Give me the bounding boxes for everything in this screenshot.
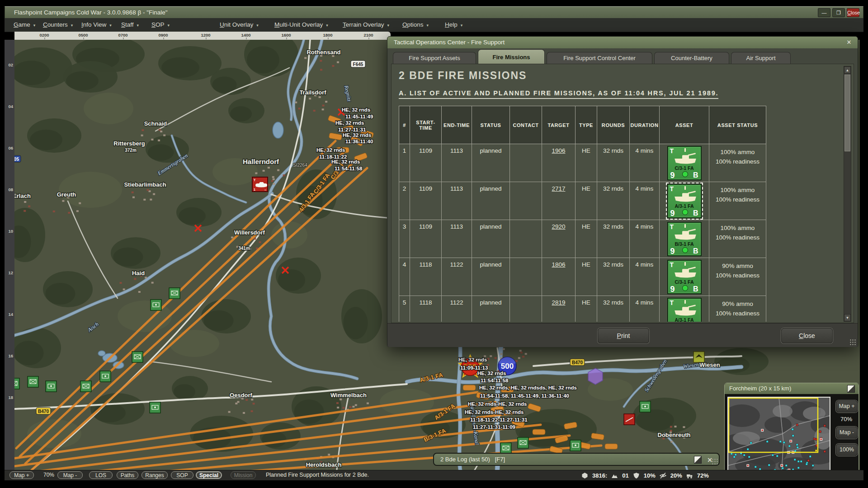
place-label: Wiesen [699,361,720,368]
friendly-unit-counter[interactable] [14,378,19,389]
log-resize-grip[interactable] [712,458,718,465]
mission-row[interactable]: 311091113planned2920HE32 rnds4 minsTB/3-… [399,220,766,258]
asset-cell[interactable]: TC/3-1 FA9B [660,258,709,296]
menu-unit-overlay[interactable]: Unit Overlay▾ [220,18,259,32]
asset-counter[interactable]: TC/3-1 FA9B [667,260,702,294]
minimap-map[interactable] [727,397,830,472]
ammo-type: HE [576,220,597,258]
enemy-unit-counter[interactable]: T1– [252,177,268,192]
friendly-unit-counter[interactable] [80,381,91,392]
minimize-button[interactable]: — [818,8,830,17]
friendly-unit-counter[interactable] [150,402,160,413]
table-scrollbar[interactable]: ▲ ▼ [844,66,851,322]
buildings [147,189,149,191]
menu-staff[interactable]: Staff▾ [121,18,139,32]
sp-artillery-icon [671,304,699,318]
minimap-collapse-icon[interactable] [847,385,855,393]
menu-counters[interactable]: Counters▾ [43,18,73,32]
friendly-unit-counter[interactable] [132,352,143,362]
log-collapse-icon[interactable] [694,456,702,464]
mm-unit-dot [819,431,821,433]
friendly-unit-counter[interactable] [500,443,511,454]
asset-counter[interactable]: TC/3-1 FA9B [667,146,702,180]
scroll-up-icon[interactable]: ▲ [844,66,851,74]
friendly-unit-counter[interactable] [151,300,161,310]
menu-help[interactable]: Help▾ [445,18,462,32]
friendly-unit-counter[interactable] [640,401,651,412]
minimap-canvas[interactable] [728,398,830,471]
friendly-unit-counter[interactable] [169,288,180,299]
target-link[interactable]: 2920 [552,223,565,230]
friendly-unit-counter[interactable] [28,376,38,387]
sb-button-sop[interactable]: SOP [171,471,193,479]
target-link[interactable]: 1906 [552,147,565,154]
ruler-x-label: 0700 [118,33,127,38]
fire-annotation: 11:18-11:22-11:27-11:31 [470,417,528,422]
sb-button-map--[interactable]: Map - [57,471,83,479]
minimap-zoom-out-button[interactable]: Map - [836,427,858,439]
sb-button-map-+[interactable]: Map + [9,471,34,479]
asset-counter[interactable]: TB/3-1 FA9B [667,222,702,256]
buildings [268,167,270,169]
tab-fire-missions[interactable]: Fire Missions [478,49,545,64]
sb-button-ranges[interactable]: Ranges [142,471,168,479]
asset-cell[interactable]: TB/3-1 FA9B [660,220,709,258]
window-title: Flashpoint Campaigns Cold War - 3.0.0.98… [14,9,168,16]
maximize-button[interactable]: ❐ [832,8,845,17]
tab-fire-support-assets[interactable]: Fire Support Assets [393,52,476,64]
asset-cell[interactable]: TA/3-1 FA9B [660,296,709,322]
ammo-status: 90% ammo [710,299,765,309]
tab-counter-battery[interactable]: Counter-Battery [654,52,729,64]
print-button[interactable]: Print [598,328,649,343]
friendly-unit-counter[interactable] [46,381,57,392]
buildings [237,401,239,403]
friendly-unit-counter[interactable] [100,371,111,382]
asset-counter[interactable]: TA/3-1 FA9B [667,184,702,218]
minimap-zoom-in-button[interactable]: Map + [836,400,858,413]
sb-button-los[interactable]: LOS [89,471,113,479]
asset-cell[interactable]: TA/3-1 FA9B [660,182,709,220]
scrollbar-thumb[interactable] [844,75,850,151]
fire-annotation: HE, 32 rnds, HE, 32 rndsds, HE, 32 rnds [479,385,577,390]
tab-air-support[interactable]: Air Support [731,52,791,64]
friendly-unit-counter[interactable] [570,440,581,451]
asset-cell[interactable]: TC/3-1 FA9B [660,144,709,182]
buildings [159,129,161,131]
menu-info-view[interactable]: Info View▾ [81,18,112,32]
target-link[interactable]: 1806 [552,261,565,268]
tab-fire-support-control-center[interactable]: Fire Support Control Center [547,52,652,64]
menu-sop[interactable]: SOP▾ [151,18,170,32]
dialog-close-icon[interactable]: ✕ [845,38,853,47]
asset-counter[interactable]: TA/3-1 FA9B [667,298,702,322]
close-button[interactable]: Close [781,328,833,343]
mission-row[interactable]: 411181122planned1806HE32 rnds4 minsTC/3-… [399,258,766,296]
minimap-zoom-level: 70% [836,416,857,422]
minimap-zoom-100-button[interactable]: 100% [836,444,858,456]
col-header: START-TIME [410,106,442,144]
menu-options[interactable]: Options▾ [402,18,429,32]
menu-game[interactable]: Game▾ [14,18,35,32]
target-link[interactable]: 2717 [552,185,565,192]
menu-terrain-overlay[interactable]: Terrain Overlay▾ [343,18,389,32]
sb-button-special[interactable]: Special [196,471,222,479]
dialog-titlebar[interactable]: Tactical Operations Center - Fire Suppor… [387,37,858,48]
forest [46,283,75,305]
mission-row[interactable]: 111091113planned1906HE32 rnds4 minsTC/3-… [399,144,766,182]
friendly-unit-counter[interactable] [518,437,528,448]
bde-log-bar[interactable]: 2 Bde Log (last 50) [F7] ✕ [433,453,720,466]
buildings [28,206,30,207]
duration: 4 mins [630,258,660,296]
resize-grip[interactable] [849,339,856,345]
enemy-unit-counter[interactable] [624,414,635,425]
close-button[interactable]: Close [847,8,859,17]
mission-row[interactable]: 211091113planned2717HE32 rnds4 minsTA/3-… [399,182,766,220]
target-link[interactable]: 2819 [552,299,565,306]
mission-row[interactable]: 511181122planned2819HE32 rnds4 minsTA/3-… [399,296,766,322]
scroll-down-icon[interactable]: ▼ [844,314,851,321]
buildings [337,407,339,408]
menu-multi-unit-overlay[interactable]: Multi-Unit Overlay▾ [274,18,328,32]
sb-button-mission: Mission [231,471,256,479]
minimap-header[interactable]: Forchheim (20 x 15 km) [725,383,859,394]
sp-artillery-icon [671,190,699,204]
sb-button-paths[interactable]: Paths [117,471,138,479]
